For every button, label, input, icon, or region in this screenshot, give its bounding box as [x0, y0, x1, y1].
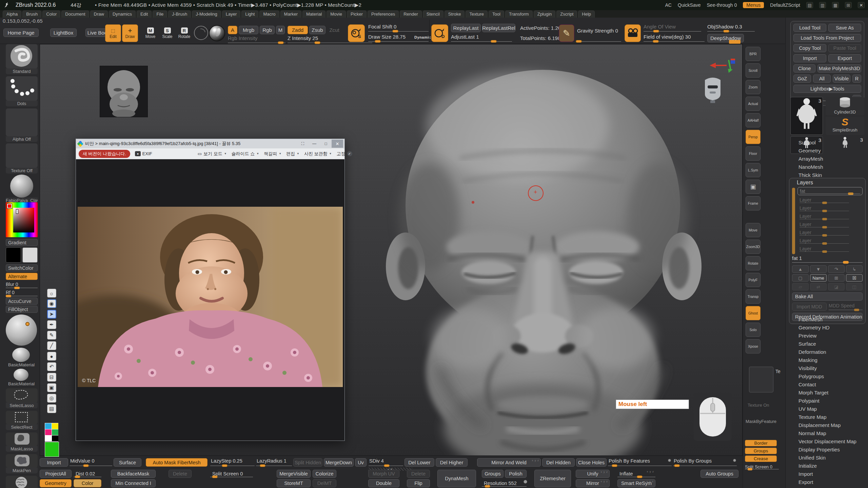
sculpt-canvas[interactable]: Mouse left 비만 > main-qimg-93c3c8ffe6d5fa… — [40, 44, 743, 456]
layer-merge-icon[interactable]: ⇄ — [810, 283, 827, 290]
tool-section[interactable]: FiberMesh — [790, 315, 864, 323]
tool-section[interactable]: Export — [790, 478, 864, 486]
import-button[interactable]: Import — [793, 54, 826, 62]
tool-section[interactable]: Surface — [790, 340, 864, 348]
shelf-zoom-button[interactable]: Zoom — [746, 80, 761, 94]
tray-split-screen-slider[interactable]: Split Screen 0 — [745, 464, 779, 470]
shelf-ghost-button[interactable]: Ghost — [746, 306, 761, 320]
line-icon[interactable]: ╱ — [47, 341, 56, 350]
menu-item[interactable]: Stroke — [445, 11, 465, 18]
menu-item[interactable]: Transform — [505, 11, 533, 18]
angle-of-view-icon[interactable] — [625, 24, 641, 42]
copy-tool-button[interactable]: Copy Tool — [793, 44, 826, 52]
mrgb-button[interactable]: Mrgb — [239, 26, 258, 34]
layer-invert-icon[interactable]: ◪ — [828, 283, 845, 290]
layout-expand-icon[interactable]: ⊞ — [845, 2, 852, 8]
menu-item[interactable]: Edit — [137, 11, 152, 18]
tool-section[interactable]: Polypaint — [790, 396, 864, 405]
reference-head-thumbnail[interactable] — [100, 66, 148, 117]
blur-slider[interactable]: Blur 0 — [6, 281, 38, 288]
select-lasso-thumb[interactable] — [6, 388, 38, 403]
menu-item[interactable]: Dynamics — [109, 11, 136, 18]
split-hidden-button[interactable]: Split Hidden — [293, 458, 322, 467]
layer-duplicate-icon[interactable]: ⊞ — [828, 274, 845, 282]
double-button[interactable]: Double — [368, 479, 399, 487]
layer-delete-icon[interactable]: ☒ — [846, 274, 863, 282]
see-through-slider[interactable]: See-through 0 — [707, 2, 737, 8]
fullscreen-icon[interactable]: ⛶ — [297, 140, 309, 148]
menu-item[interactable]: Picker — [347, 11, 367, 18]
import-mdd-button[interactable]: Import MDD — [792, 303, 827, 311]
layer-row-selected[interactable]: fat — [797, 187, 863, 195]
layer-row[interactable]: Layer — [797, 196, 863, 204]
draw-size-icon[interactable]: S — [348, 24, 365, 42]
smooth-thumb[interactable] — [6, 476, 38, 488]
mask-lasso-thumb[interactable] — [6, 432, 38, 446]
tool-section[interactable]: UV Map — [790, 405, 864, 413]
mini-dial-icon[interactable] — [733, 459, 736, 462]
swatch-pink[interactable] — [45, 429, 52, 435]
layout-panels-icon[interactable]: ▦ — [832, 2, 839, 8]
layer-extra-icon[interactable]: ◫ — [846, 283, 863, 290]
tool-section[interactable]: Unified Skin — [790, 453, 864, 462]
stroke-thumbnail[interactable] — [6, 76, 38, 101]
clipboard-icon[interactable]: ▤ — [47, 404, 56, 413]
scale-mode-button[interactable]: SScale — [159, 24, 175, 42]
menus-button[interactable]: Menus — [743, 2, 764, 8]
tool-section[interactable]: Polygroups — [790, 372, 864, 380]
tool-section[interactable]: Import — [790, 470, 864, 478]
layer-branch-icon[interactable]: ↳ — [846, 265, 863, 273]
minimize-icon[interactable]: — — [309, 140, 320, 148]
del-lower-button[interactable]: Del Lower — [405, 458, 434, 467]
inflate-slider[interactable]: Inflate — [617, 470, 655, 478]
goz-visible-button[interactable]: Visible — [833, 75, 850, 83]
mask-pen-thumb[interactable] — [6, 454, 38, 468]
layer-row[interactable]: Layer — [797, 221, 863, 229]
projectall-button[interactable]: ProjectAll — [40, 470, 72, 478]
m-button[interactable]: M — [276, 26, 285, 34]
active-tool-thumbnail[interactable]: 3 23강1 — [790, 97, 823, 135]
zsub-button[interactable]: Zsub — [309, 26, 326, 34]
draw-mode-button[interactable]: Draw — [122, 24, 138, 42]
sculpted-head-model[interactable] — [372, 46, 731, 456]
color-button[interactable]: Color — [74, 479, 101, 487]
mirror-button[interactable]: Mirror — [576, 479, 610, 487]
menu-item[interactable]: Zplugin — [534, 11, 556, 18]
colorize-button[interactable]: Colorize — [313, 470, 336, 478]
exif-button[interactable]: ●EXIF — [135, 151, 152, 156]
home-page-button[interactable]: Home Page — [3, 28, 39, 37]
min-connected-button[interactable]: Min Connected I — [111, 479, 156, 487]
zcut-button[interactable]: Zcut — [327, 26, 342, 34]
swatch-white[interactable] — [45, 435, 52, 441]
cylinder3d-tool[interactable]: Cylinder3D — [826, 97, 864, 115]
shelf-actual-button[interactable]: Actual — [746, 97, 761, 111]
dist-slider[interactable]: Dist 0.02 — [74, 470, 101, 478]
clone-button[interactable]: Clone — [793, 64, 815, 73]
paint-a-button[interactable]: A — [228, 26, 237, 34]
accucurve-button[interactable]: AccuCurve — [6, 298, 38, 305]
photo-viewer-body[interactable]: © TLC — [76, 159, 344, 441]
layer-new-icon[interactable]: ▢ — [792, 274, 809, 282]
tool-section[interactable]: Subtool — [790, 138, 864, 146]
gravity-strength-label[interactable]: Gravity Strength 0 — [577, 28, 618, 34]
photo-viewer-titlebar[interactable]: 비만 > main-qimg-93c3c8ffe6d5fa389f679ef1b… — [76, 139, 344, 148]
mask-by-feature-label[interactable]: MaskByFeature — [746, 419, 776, 424]
tool-section[interactable]: Vector Displacement Map — [790, 437, 864, 445]
unify-button[interactable]: Unify — [576, 470, 610, 478]
auto-groups-button[interactable]: Auto Groups — [701, 470, 738, 478]
goz-button[interactable]: GoZ — [793, 75, 811, 83]
color-picker[interactable] — [6, 202, 38, 237]
slideshow-button[interactable]: 슬라이드 쇼▼ — [232, 151, 259, 157]
window-close-icon[interactable]: ✕ — [332, 140, 343, 148]
pen-icon[interactable]: ✒ — [47, 320, 56, 329]
groups-polish-groups-button[interactable]: Groups — [482, 470, 504, 478]
menu-item[interactable]: Preferences — [368, 11, 399, 18]
make-polymesh3d-button[interactable]: Make PolyMesh3D — [817, 64, 861, 73]
simplebrush-tool[interactable]: S SimpleBrush — [826, 117, 864, 135]
auto-mask-fibermesh-button[interactable]: Auto Mask FiberMesh — [146, 458, 208, 467]
universal-camera-icon[interactable]: ▣ — [746, 180, 761, 194]
paste-tool-button[interactable]: Paste Tool — [828, 44, 861, 52]
groups-button[interactable]: Groups — [745, 448, 777, 454]
brush-thumbnail[interactable] — [6, 44, 38, 68]
menu-item[interactable]: Help — [578, 11, 595, 18]
